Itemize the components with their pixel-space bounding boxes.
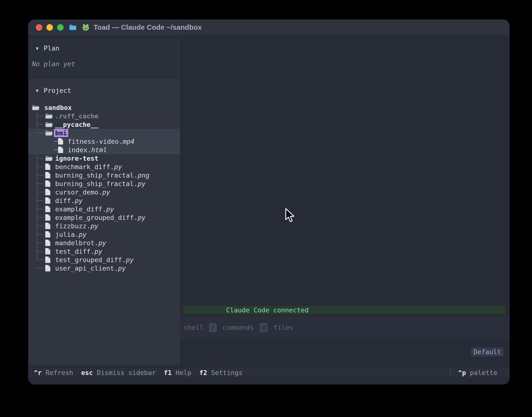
mouse-cursor-icon: [285, 208, 294, 224]
statusbar-shortcuts: ^r Refreshesc Dismiss sidebarf1 Helpf2 S…: [28, 369, 243, 376]
tree-connector: [37, 243, 43, 243]
plan-header-label: Plan: [43, 44, 59, 52]
tree-item-label: example_grouped_diff.py: [55, 213, 146, 222]
plan-empty-message: No plan yet: [32, 60, 180, 68]
tree-item-label: test_grouped_diff.py: [55, 256, 134, 264]
tree-item[interactable]: .ruff_cache: [28, 112, 180, 120]
tree-item-label: __pycache__: [55, 120, 98, 129]
hint-commands: commands: [222, 324, 254, 331]
tree-item[interactable]: example_grouped_diff.py: [28, 213, 180, 222]
tree-item-label: example_diff.py: [55, 205, 114, 213]
prompt-input[interactable]: shell / commands @ files: [180, 316, 510, 339]
tree-connector: [37, 260, 43, 260]
tree-connector: [37, 167, 43, 167]
mode-button[interactable]: Default: [471, 347, 503, 356]
tree-connector: [37, 268, 43, 268]
tree-item[interactable]: burning_ship_fractal.png: [28, 171, 180, 179]
tree-item-label: cursor_demo.py: [55, 188, 110, 197]
tree-connector: [37, 192, 43, 192]
tree-item-label: mandelbrot.py: [55, 239, 106, 247]
tree-connector: [37, 226, 43, 226]
hint-files: files: [273, 324, 293, 331]
statusbar-right: ^p palette: [450, 369, 510, 376]
close-button[interactable]: [36, 24, 42, 31]
plan-panel: ▼ Plan No plan yet: [28, 38, 180, 78]
main-area: Claude Code connected shell / commands @…: [180, 36, 510, 368]
tree-item-label: sandbox: [44, 104, 72, 112]
tree-item-label: user_api_client.py: [55, 264, 126, 272]
statusbar-divider: [450, 369, 451, 376]
tree-item-label: bmi: [55, 129, 68, 137]
statusbar-item-dismiss-sidebar[interactable]: esc Dismiss sidebar: [81, 369, 156, 376]
file-icon: [45, 265, 51, 274]
minimize-button[interactable]: [46, 24, 53, 31]
folder-icon: [45, 155, 53, 164]
tree-connector: [37, 175, 43, 175]
zoom-button[interactable]: [57, 24, 64, 31]
tree-connector: [37, 116, 43, 116]
statusbar-item-refresh[interactable]: ^r Refresh: [34, 369, 73, 376]
tree-connector: [37, 251, 43, 251]
file-tree: sandbox.ruff_cache__pycache__bmifitness-…: [28, 104, 180, 282]
frog-emoji-icon: [82, 24, 89, 31]
project-section-header[interactable]: ▼ Project: [28, 79, 180, 94]
window-title: Toad — Claude Code ~/sandbox: [94, 23, 202, 31]
tree-connector: [37, 124, 43, 125]
project-panel: ▼ Project sandbox.ruff_cache__pycache__b…: [28, 79, 180, 365]
tree-item[interactable]: benchmark_diff.py: [28, 163, 180, 171]
tree-item[interactable]: ignore-test: [28, 154, 180, 163]
tree-item[interactable]: bmi: [28, 129, 180, 137]
tree-item[interactable]: julia.py: [28, 230, 180, 239]
collapse-triangle-icon: ▼: [36, 46, 38, 51]
collapse-triangle-icon: ▼: [36, 88, 38, 93]
tree-item-label: fitness-video.mp4: [68, 137, 134, 146]
tree-item-label: burning_ship_fractal.py: [55, 179, 146, 188]
statusbar-item-settings[interactable]: f2 Settings: [199, 369, 243, 376]
connected-banner: Claude Code connected: [183, 306, 505, 314]
at-key-badge: @: [260, 323, 267, 332]
project-header-label: Project: [43, 87, 71, 94]
tree-connector: [37, 133, 43, 133]
hint-shell: shell: [184, 324, 203, 331]
statusbar: ^r Refreshesc Dismiss sidebarf1 Helpf2 S…: [28, 368, 510, 377]
tree-item[interactable]: example_diff.py: [28, 205, 180, 213]
folder-emoji-icon: [69, 24, 77, 31]
tree-item-label: diff.py: [55, 197, 83, 205]
tree-connector: [37, 183, 43, 184]
tree-item[interactable]: cursor_demo.py: [28, 188, 180, 197]
tree-item[interactable]: burning_ship_fractal.py: [28, 179, 180, 188]
tree-item-label: benchmark_diff.py: [55, 163, 122, 171]
slash-key-badge: /: [209, 323, 217, 332]
tree-item-label: julia.py: [55, 230, 87, 239]
app-window: Toad — Claude Code ~/sandbox ▼ Plan No p…: [28, 20, 510, 384]
folder-icon: [45, 121, 53, 130]
folder-icon: [45, 113, 53, 121]
tree-connector: [37, 200, 43, 201]
tree-item[interactable]: test_grouped_diff.py: [28, 256, 180, 264]
tree-item[interactable]: __pycache__: [28, 120, 180, 129]
statusbar-item-palette[interactable]: ^p palette: [458, 369, 497, 376]
plan-section-header[interactable]: ▼ Plan: [28, 38, 180, 52]
tree-connector: [37, 158, 43, 158]
folder-icon: [32, 104, 40, 113]
tree-item[interactable]: index.html: [28, 146, 180, 154]
tree-item-label: .ruff_cache: [55, 112, 98, 120]
statusbar-item-help[interactable]: f1 Help: [164, 369, 191, 376]
tree-connector: [37, 217, 43, 218]
connected-banner-text: Claude Code connected: [226, 306, 309, 314]
tree-item-label: index.html: [68, 146, 107, 154]
tree-item[interactable]: diff.py: [28, 197, 180, 205]
folder-icon: [45, 129, 53, 138]
tree-item[interactable]: fizzbuzz.py: [28, 222, 180, 230]
tree-item-label: test_diff.py: [55, 247, 102, 256]
tree-item[interactable]: fitness-video.mp4: [28, 137, 180, 146]
tree-item[interactable]: user_api_client.py: [28, 264, 180, 272]
tree-item-label: ignore-test: [55, 154, 98, 163]
tree-item[interactable]: mandelbrot.py: [28, 239, 180, 247]
titlebar: Toad — Claude Code ~/sandbox: [28, 20, 510, 35]
tree-connector: [37, 209, 43, 209]
tree-item[interactable]: sandbox: [28, 104, 180, 112]
window-body: ▼ Plan No plan yet ▼ Project sandbox.ruf…: [28, 36, 510, 368]
tree-item[interactable]: test_diff.py: [28, 247, 180, 256]
tree-item-label: burning_ship_fractal.png: [55, 171, 150, 179]
